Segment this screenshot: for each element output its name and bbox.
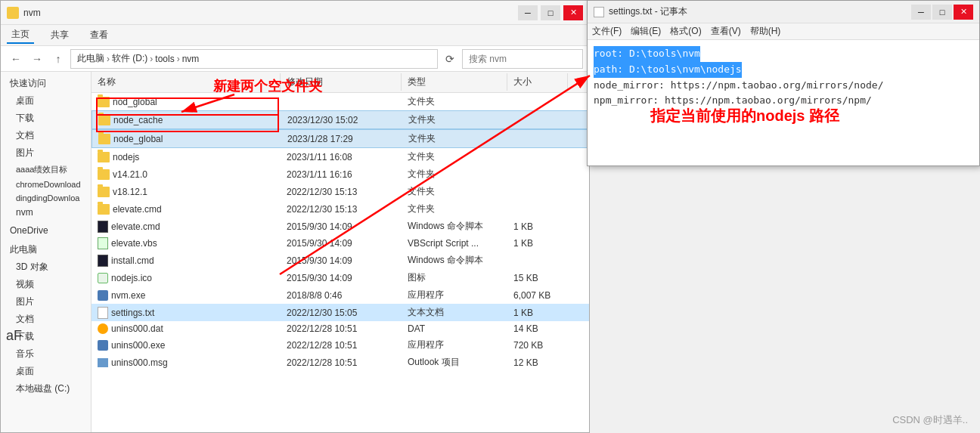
ribbon-tab-share[interactable]: 共享 [46,27,73,43]
col-size[interactable]: 大小 [507,73,568,91]
notepad-menu-help[interactable]: 帮助(H) [750,25,781,38]
file-type-cell: 文件夹 [402,149,507,165]
close-button[interactable]: ✕ [563,5,583,20]
sidebar-item-nvm[interactable]: nvm [1,205,91,220]
file-list-header: 名称 修改日期 类型 大小 [91,72,589,93]
dat-icon [98,323,108,334]
sidebar-item-thispc[interactable]: 此电脑 [1,241,91,258]
file-date-cell: 2022/12/30 15:05 [281,305,402,320]
refresh-button[interactable]: ⟳ [441,50,459,68]
table-row[interactable]: install.cmd 2015/9/30 14:09 Windows 命令脚本 [91,252,589,269]
maximize-button[interactable]: □ [541,5,560,20]
table-row[interactable]: v18.12.1 2022/12/30 15:13 文件夹 [91,183,589,200]
file-date-cell: 2022/12/30 15:13 [281,201,402,217]
file-type-cell: 文件夹 [402,112,508,128]
ribbon-tab-view[interactable]: 查看 [85,27,113,43]
file-date-cell: 2023/1/11 16:16 [281,166,402,182]
sidebar-item-onedrive[interactable]: OneDrive [1,223,91,238]
table-row[interactable]: node_cache 2023/12/30 15:02 文件夹 [91,110,589,129]
file-size-cell [508,131,569,147]
file-size-cell [507,166,568,182]
file-size-cell [507,201,568,217]
notepad-menu-edit[interactable]: 编辑(E) [631,25,661,38]
folder-icon [98,97,110,107]
notepad-maximize[interactable]: □ [932,5,952,20]
address-path[interactable]: 此电脑 › 软件 (D:) › tools › nvm [70,49,438,69]
table-row[interactable]: unins000.msg 2022/12/28 10:51 Outlook 项目… [91,354,589,371]
file-date-cell [281,94,402,110]
table-row[interactable]: nodejs 2023/1/11 16:08 文件夹 [91,148,589,165]
explorer-title: nvm [23,8,41,18]
table-row[interactable]: unins000.dat 2022/12/28 10:51 DAT 14 KB [91,321,589,336]
notepad-menu: 文件(F) 编辑(E) 格式(O) 查看(V) 帮助(H) [588,23,979,40]
file-date-cell: 2015/9/30 14:09 [281,252,402,268]
folder-icon [98,187,110,197]
sidebar-item-video[interactable]: 视频 [1,276,91,293]
notepad-menu-format[interactable]: 格式(O) [670,25,701,38]
sidebar-item-chrome[interactable]: chromeDownload [1,178,91,191]
file-name-cell: unins000.msg [91,354,281,370]
sidebar-item-docs2[interactable]: 文档 [1,311,91,328]
file-date-cell: 2022/12/28 10:51 [281,322,402,336]
back-button[interactable]: ← [7,50,25,68]
table-row[interactable]: nod_global 文件夹 [91,93,589,110]
forward-button[interactable]: → [28,50,46,68]
up-button[interactable]: ↑ [49,50,67,68]
file-size-cell: 720 KB [507,337,568,353]
notepad-close[interactable]: ✕ [954,5,973,20]
file-name-cell: v14.21.0 [91,166,281,182]
sidebar-item-3d[interactable]: 3D 对象 [1,258,91,276]
file-date-cell: 2018/8/8 0:46 [281,287,402,303]
cmd-icon [98,255,108,267]
sidebar-item-pics2[interactable]: 图片 [1,293,91,311]
file-type-cell: 文件夹 [402,166,507,182]
table-row[interactable]: nvm.exe 2018/8/8 0:46 应用程序 6,007 KB [91,286,589,304]
file-size-cell: 12 KB [507,354,568,370]
file-name-cell: v18.12.1 [91,184,281,199]
af-text: aF [6,328,22,344]
file-name-cell: nvm.exe [91,287,281,303]
table-row[interactable]: node_global 2023/1/28 17:29 文件夹 [91,129,589,148]
file-date-cell: 2015/9/30 14:09 [281,236,402,251]
minimize-button[interactable]: ─ [518,5,538,20]
exe-icon [98,290,108,301]
sidebar-item-pics1[interactable]: 图片 [1,144,91,162]
sidebar-item-desktop1[interactable]: 桌面 [1,92,91,110]
file-type-cell: VBScript Script ... [402,236,507,251]
sidebar-item-dingding[interactable]: dingdingDownloa [1,191,91,205]
table-row[interactable]: elevate.cmd 2015/9/30 14:09 Windows 命令脚本… [91,218,589,235]
txt-icon [98,307,108,319]
search-input[interactable] [462,49,583,69]
file-type-cell: 文件夹 [402,201,507,217]
sidebar-item-docs1[interactable]: 文档 [1,127,91,144]
table-row[interactable]: unins000.exe 2022/12/28 10:51 应用程序 720 K… [91,336,589,354]
table-row[interactable]: elevate.cmd 2022/12/30 15:13 文件夹 [91,200,589,218]
sidebar-item-local-c[interactable]: 本地磁盘 (C:) [1,380,91,397]
ribbon-tab-home[interactable]: 主页 [7,26,34,44]
sidebar-item-downloads1[interactable]: 下载 [1,110,91,127]
notepad-title-text: settings.txt - 记事本 [609,5,687,18]
file-date-cell: 2022/12/28 10:51 [281,354,402,370]
col-type[interactable]: 类型 [402,73,507,91]
table-row[interactable]: v14.21.0 2023/1/11 16:16 文件夹 [91,165,589,183]
folder-icon [98,152,110,162]
sidebar-item-quick-access[interactable]: 快速访问 [1,75,91,92]
explorer-icon [7,7,19,19]
table-row[interactable]: nodejs.ico 2015/9/30 14:09 图标 15 KB [91,269,589,286]
col-date[interactable]: 修改日期 [281,73,402,91]
sidebar-item-music[interactable]: 音乐 [1,345,91,363]
col-name[interactable]: 名称 [91,73,281,91]
sidebar-item-aaaa[interactable]: aaaa绩效目标 [1,162,91,178]
file-type-cell: Windows 命令脚本 [402,218,507,234]
notepad-menu-file[interactable]: 文件(F) [592,25,622,38]
table-row-settings[interactable]: settings.txt 2022/12/30 15:05 文本文档 1 KB [91,304,589,321]
path-crumb-tools: tools [155,54,174,64]
notepad-title: settings.txt - 记事本 [594,5,687,18]
notepad-minimize[interactable]: ─ [911,5,931,20]
file-date-cell: 2015/9/30 14:09 [281,270,402,286]
table-row[interactable]: elevate.vbs 2015/9/30 14:09 VBScript Scr… [91,235,589,252]
notepad-highlighted-line2: path: D:\tools\nvm\nodejs [594,62,742,78]
sidebar-item-desktop2[interactable]: 桌面 [1,363,91,380]
notepad-controls: ─ □ ✕ [911,5,973,20]
notepad-menu-view[interactable]: 查看(V) [711,25,741,38]
